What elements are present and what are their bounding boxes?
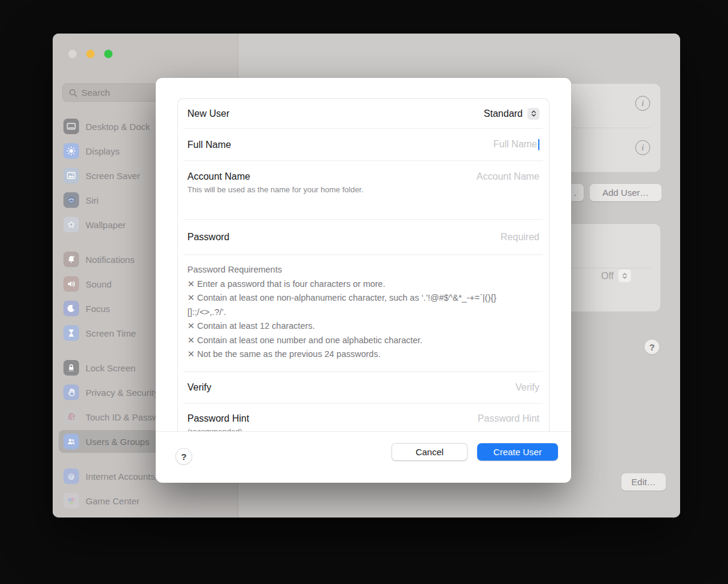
password-label: Password	[187, 232, 229, 243]
sidebar-item-label: Internet Accounts	[86, 471, 155, 482]
popup-selected-value: Standard	[484, 108, 523, 119]
desktop-dock-icon	[63, 119, 79, 134]
new-user-row: New User Standard	[178, 99, 549, 128]
sidebar-item-label: Displays	[86, 146, 120, 156]
account-name-description: This will be used as the name for your h…	[187, 184, 373, 195]
requirement-item: ✕Contain at least one non-alphanumeric c…	[187, 291, 523, 319]
requirement-item: ✕Contain at least 12 characters.	[187, 319, 523, 334]
help-button[interactable]: ?	[175, 448, 192, 465]
moon-icon	[63, 301, 79, 316]
text-caret	[538, 139, 539, 150]
verify-field[interactable]: Verify	[515, 382, 539, 393]
password-hint-label: Password Hint	[187, 413, 249, 423]
svg-text:@: @	[68, 473, 75, 480]
account-name-field[interactable]: Account Name	[477, 171, 539, 182]
password-hint-sublabel: (recommended)	[187, 426, 373, 432]
sidebar-item-label: Screen Saver	[86, 171, 140, 181]
form-scroll-area: New User Standard Full Name Full Name	[177, 98, 550, 431]
requirement-item: ✕Not be the same as the previous 24 pass…	[187, 347, 523, 362]
wallpaper-icon	[63, 217, 79, 232]
cancel-button[interactable]: Cancel	[392, 443, 468, 461]
sidebar-item-label: Lock Screen	[86, 363, 135, 373]
verify-label: Verify	[187, 382, 211, 393]
bell-icon	[63, 252, 79, 267]
search-icon	[69, 89, 77, 97]
traffic-lights	[68, 50, 113, 58]
add-user-button[interactable]: Add User…	[590, 184, 662, 201]
x-icon: ✕	[187, 321, 195, 331]
new-user-sheet: New User Standard Full Name Full Name	[156, 78, 571, 483]
x-icon: ✕	[187, 279, 195, 289]
requirement-item: ✕Enter a password that is four character…	[187, 277, 523, 292]
password-requirements-title: Password Requirements	[187, 263, 539, 277]
sidebar-item-label: Notifications	[86, 255, 135, 265]
sidebar-item-label: Siri	[86, 195, 99, 205]
full-name-placeholder: Full Name	[493, 139, 537, 149]
info-icon[interactable]: i	[635, 140, 650, 155]
new-user-type-popup[interactable]: Standard	[484, 108, 539, 120]
password-requirements: Password Requirements ✕Enter a password …	[178, 255, 549, 371]
full-name-label: Full Name	[187, 140, 231, 150]
chevron-updown-icon	[527, 108, 539, 120]
edit-button[interactable]: Edit…	[621, 473, 666, 491]
help-button[interactable]: ?	[644, 339, 660, 355]
lock-icon	[63, 360, 79, 376]
sidebar-item-label: Wallpaper	[86, 220, 126, 230]
at-sign-icon: @	[63, 468, 79, 484]
sidebar-item-label: Privacy & Security	[86, 388, 159, 398]
account-name-label: Account Name	[187, 171, 250, 181]
x-icon: ✕	[187, 349, 195, 359]
x-icon: ✕	[187, 293, 195, 302]
account-name-row: Account Name This will be used as the na…	[178, 161, 549, 219]
hand-icon	[63, 385, 79, 400]
fingerprint-icon	[63, 409, 79, 425]
password-hint-field[interactable]: Password Hint	[478, 413, 539, 424]
sidebar-item-label: Sound	[86, 279, 111, 289]
sidebar-item-game-center[interactable]: Game Center	[59, 489, 232, 512]
sidebar-item-label: Screen Time	[86, 328, 136, 338]
display-brightness-icon	[63, 143, 79, 159]
speaker-icon	[63, 276, 79, 292]
password-field[interactable]: Required	[500, 232, 539, 243]
full-name-field[interactable]: Full Name	[493, 139, 539, 150]
sidebar-item-label: Desktop & Dock	[86, 122, 150, 132]
minimize-button[interactable]	[86, 50, 95, 58]
sidebar-item-label: Focus	[86, 304, 110, 314]
zoom-button[interactable]	[104, 50, 113, 58]
requirement-item: ✕Contain at least one number and one alp…	[187, 334, 523, 348]
full-name-row: Full Name Full Name	[178, 129, 549, 161]
password-row: Password Required	[178, 220, 549, 255]
x-icon: ✕	[187, 335, 195, 345]
sidebar-item-label: Users & Groups	[86, 437, 150, 447]
close-button[interactable]	[68, 50, 77, 58]
info-icon[interactable]: i	[635, 96, 650, 111]
game-center-icon	[63, 493, 79, 509]
sidebar-item-label: Game Center	[86, 496, 139, 506]
create-user-button[interactable]: Create User	[477, 443, 558, 461]
siri-icon	[63, 192, 79, 208]
password-hint-row: Password Hint (recommended) Password Hin…	[178, 404, 549, 432]
two-people-icon	[63, 434, 79, 449]
sheet-footer: ? Cancel Create User	[156, 431, 571, 483]
search-placeholder: Search	[81, 87, 110, 98]
new-user-label: New User	[187, 108, 229, 119]
hourglass-icon	[63, 325, 79, 341]
screen-saver-icon	[63, 168, 79, 183]
verify-row: Verify Verify	[178, 372, 549, 403]
